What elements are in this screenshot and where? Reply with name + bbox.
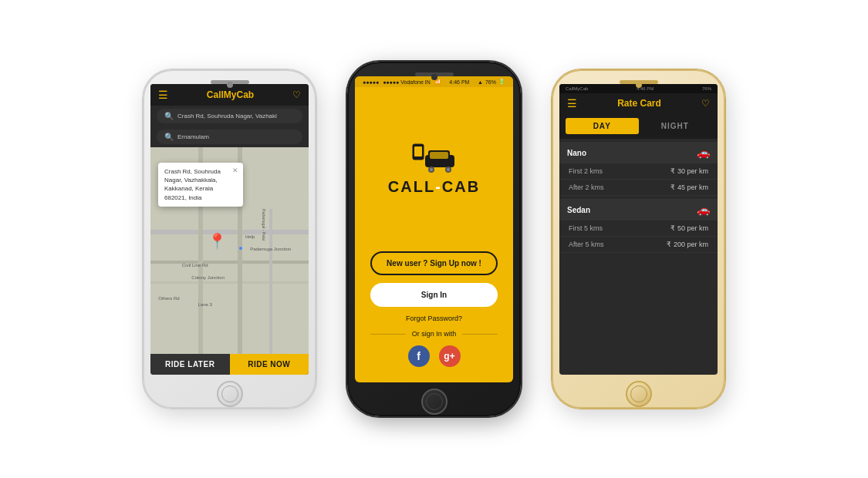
svg-rect-1 [414,146,422,157]
rc-nano-row-2: After 2 kms ₹ 45 per km [559,180,718,196]
map-label-others: Others Rd [158,296,179,301]
battery-icon: 🔋 [498,79,505,85]
app-logo-icon [411,143,458,173]
rc-nano-value-2: ₹ 45 per km [670,183,708,191]
rc-tab-day[interactable]: DAY [566,118,639,134]
rc-sedan-title: Sedan [567,206,590,214]
rc-page-title: Rate Card [577,98,701,109]
origin-text: Crash Rd, Souhruda Nagar, Vazhakl [177,113,277,120]
svg-point-7 [447,168,450,171]
rc-sedan-row-1: First 5 kms ₹ 50 per km [559,220,718,237]
map-popup: ✕ Crash Rd, Souhruda Nagar, Vazhakkala, … [158,163,243,207]
login-screen: ●●●●● ●●●●● Vodafone IN 📶 4:46 PM ▲ 76% … [355,76,513,382]
status-time: 4:46 PM [449,79,469,85]
rc-nano-row-1: First 2 kms ₹ 30 per km [559,163,718,180]
map-label-civil: Civil Line Rd [182,263,208,268]
front-camera [227,82,233,88]
map-label-colony: Colony Junction [191,275,225,280]
rc-sedan-label-1: First 5 kms [569,224,603,232]
rc-content: Nano 🚗 First 2 kms ₹ 30 per km After 2 k… [559,139,718,375]
phone-map: ☰ CallMyCab ♡ 🔍 Crash Rd, Souhruda Nagar… [143,69,316,409]
phone-login: ●●●●● ●●●●● Vodafone IN 📶 4:46 PM ▲ 76% … [347,62,521,416]
signal-dots: ●●●●● [363,79,379,85]
rc-sedan-row-2: After 5 kms ₹ 200 per km [559,237,718,253]
phone-ratecard: CallMyCab 4:46 PM 76% ☰ Rate Card ♡ DAY … [552,69,725,409]
map-bottom-buttons: RIDE LATER RIDE NOW [150,354,309,375]
dest-text: Ernamulam [177,133,209,140]
login-form: New user ? Sign Up now ! Sign In Forgot … [355,251,513,382]
battery-level: 76% [485,79,496,85]
rc-nano-label-2: After 2 kms [569,183,604,191]
social-login-buttons: f g+ [370,345,498,367]
rc-nano-title: Nano [567,149,586,157]
search-bar-origin[interactable]: 🔍 Crash Rd, Souhruda Nagar, Vazhakl [157,109,302,123]
rc-sedan-car-icon: 🚗 [697,204,710,216]
map-label-padamuga: Padamuga Junction [250,247,291,251]
map-label-padamugal: Padamugal - Palai [262,209,266,241]
logo-area: CALL-CAB [388,87,480,251]
search-icon-2: 🔍 [164,133,174,141]
rc-nano-car-icon: 🚗 [697,146,710,159]
forgot-password-link[interactable]: Forgot Password? [370,315,498,322]
front-camera-3 [636,82,642,88]
rc-menu-icon[interactable]: ☰ [567,97,577,109]
map-label-lane: Lane 3 [198,302,212,307]
rc-tab-night[interactable]: NIGHT [639,118,712,134]
home-button-ring [221,385,238,402]
rc-section-sedan: Sedan 🚗 [559,199,718,220]
map-area: Help Padamuga Junction Civil Line Rd Col… [150,147,309,354]
home-button-ring-3 [630,385,647,402]
social-divider: Or sign In with [370,330,498,338]
home-button-ring-2 [426,393,443,410]
carrier-name: ●●●●● Vodafone IN [383,79,431,85]
map-dot [239,247,242,250]
google-login-button[interactable]: g+ [439,345,461,367]
map-pin: 📍 [208,232,227,251]
ratecard-screen: CallMyCab 4:46 PM 76% ☰ Rate Card ♡ DAY … [559,84,718,375]
rc-nano-value-1: ₹ 30 per km [670,167,708,175]
app-logo-text: CALL-CAB [388,178,480,196]
rc-day-night-tabs: DAY NIGHT [559,113,718,139]
status-right: ▲ 76% 🔋 [478,79,505,85]
ride-now-button[interactable]: RIDE NOW [230,354,309,375]
favorite-icon[interactable]: ♡ [292,89,301,100]
front-camera-2 [431,74,437,80]
home-button[interactable] [217,381,243,407]
ride-later-button[interactable]: RIDE LATER [150,354,230,375]
home-button-2[interactable] [421,389,448,415]
rc-nano-label-1: First 2 kms [569,167,603,175]
search-icon: 🔍 [164,112,174,120]
svg-point-5 [430,168,433,171]
map-label-help: Help [245,234,255,239]
signin-button[interactable]: Sign In [370,283,498,307]
facebook-login-button[interactable]: f [408,345,430,367]
rc-sedan-value-1: ₹ 50 per km [670,224,708,232]
status-left: ●●●●● ●●●●● Vodafone IN 📶 [363,79,441,85]
rc-battery: 76% [702,86,711,91]
home-button-3[interactable] [626,381,652,407]
app-title: CallMyCab [207,89,254,100]
hamburger-icon[interactable]: ☰ [158,89,168,101]
rc-section-nano: Nano 🚗 [559,142,718,163]
rc-carrier: CallMyCab [566,86,588,91]
map-screen: ☰ CallMyCab ♡ 🔍 Crash Rd, Souhruda Nagar… [150,84,309,375]
signup-button[interactable]: New user ? Sign Up now ! [370,251,498,275]
rc-favorite-icon[interactable]: ♡ [701,98,710,109]
popup-text: Crash Rd, Souhruda Nagar, Vazhakkala, Ka… [164,168,221,201]
close-icon[interactable]: ✕ [232,166,238,176]
svg-rect-8 [430,152,448,159]
rc-topbar: ☰ Rate Card ♡ [559,93,718,113]
rc-sedan-value-2: ₹ 200 per km [667,241,708,248]
location-icon: ▲ [478,79,483,85]
search-bar-dest[interactable]: 🔍 Ernamulam [157,130,302,144]
rc-sedan-label-2: After 5 kms [569,241,604,248]
